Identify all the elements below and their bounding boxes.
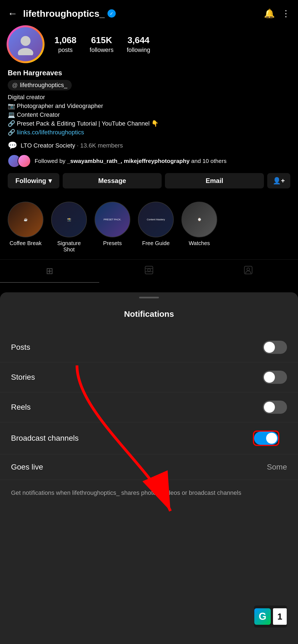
stat-posts[interactable]: 1,068 posts [54, 35, 76, 54]
action-buttons: Following ▾ Message Email 👤+ [8, 173, 290, 188]
broadcast-highlight-box [253, 431, 279, 446]
profile-section: 1,068 posts 615K followers 3,644 followi… [0, 24, 298, 202]
more-options-icon[interactable]: ⋮ [282, 8, 290, 19]
highlight-label-presets: Presets [103, 240, 122, 246]
notification-label-stories: Stories [11, 373, 35, 382]
svg-point-0 [21, 36, 31, 46]
notification-row-posts: Posts [0, 332, 298, 362]
toggle-reels[interactable] [263, 401, 287, 414]
logo-1: 1 [273, 608, 287, 625]
highlight-circle-coffee: ☕ [8, 202, 43, 237]
stat-followers[interactable]: 615K followers [90, 35, 114, 54]
followed-by-text: Followed by _swayambhu_rath_, mikejeffre… [35, 158, 290, 164]
email-button[interactable]: Email [165, 173, 264, 188]
toggle-broadcast[interactable] [254, 432, 278, 445]
at-icon: @ [12, 82, 18, 88]
community-members: · 13.6K members [77, 142, 123, 149]
toggle-thumb-posts [264, 342, 275, 353]
highlight-free-guide[interactable]: Content Mastery Free Guide [138, 202, 174, 253]
handle-text: lifethroughoptics_ [20, 82, 67, 89]
highlight-presets[interactable]: PRESET PACK. Presets [95, 202, 130, 253]
notification-label-broadcast: Broadcast channels [11, 434, 79, 443]
highlight-label-coffee: Coffee Break [10, 240, 42, 246]
highlight-circle-watches: ⌚ [181, 202, 217, 237]
notification-row-goes-live: Goes live Some [0, 454, 298, 480]
highlights-row: ☕ Coffee Break 📸 Signature Shot PRESET P… [0, 202, 298, 259]
bio-line-3: 💻 Content Creator [8, 111, 290, 118]
highlight-img-watches: ⌚ [182, 202, 217, 237]
notification-row-broadcast: Broadcast channels [0, 422, 298, 454]
followers-label: followers [90, 46, 114, 54]
bio-line-4: 🔗 Preset Pack & Editing Tutorial | YouTu… [8, 120, 290, 127]
add-person-icon: 👤+ [273, 177, 285, 184]
highlight-label-guide: Free Guide [142, 240, 170, 246]
message-button[interactable]: Message [63, 173, 162, 188]
community-text: LTO Creator Society · 13.6K members [21, 142, 123, 149]
highlight-circle-guide: Content Mastery [138, 202, 174, 237]
following-label: Following [15, 177, 46, 185]
avatar-placeholder [9, 27, 43, 61]
notification-label-reels: Reels [11, 403, 31, 412]
toggle-stories[interactable] [263, 371, 287, 384]
handle-pill[interactable]: @ lifethroughoptics_ [8, 80, 72, 90]
highlight-signature-shot[interactable]: 📸 Signature Shot [51, 202, 87, 253]
highlight-label-watches: Watches [189, 240, 210, 246]
profile-name: Ben Hargreaves [8, 69, 290, 77]
highlight-img-guide: Content Mastery [139, 202, 173, 237]
posts-count: 1,068 [54, 35, 76, 45]
stats-row: 1,068 posts 615K followers 3,644 followi… [54, 35, 290, 54]
notifications-sheet: Notifications Posts Stories Reels Broadc… [0, 292, 298, 644]
avatar-container [8, 26, 43, 62]
highlight-circle-presets: PRESET PACK. [95, 202, 130, 237]
highlight-watches[interactable]: ⌚ Watches [181, 202, 217, 253]
profile-top: 1,068 posts 615K followers 3,644 followi… [8, 26, 290, 62]
toggle-posts[interactable] [263, 341, 287, 354]
bottom-info-area: Get notifications when lifethroughoptics… [0, 480, 298, 506]
gadgets-logo: G 1 [254, 606, 287, 628]
community-row[interactable]: 💬 LTO Creator Society · 13.6K members [8, 141, 290, 150]
bio-line-1: Digital creator [8, 94, 290, 101]
username-text: lifethroughoptics_ [23, 8, 105, 19]
logo-g: G [254, 608, 271, 625]
following-chevron: ▾ [48, 177, 52, 185]
top-bar-right: 🔔 ⋮ [264, 8, 290, 19]
followed-by-row: Followed by _swayambhu_rath_, mikejeffre… [8, 154, 290, 168]
notification-row-stories: Stories [0, 362, 298, 392]
add-person-button[interactable]: 👤+ [267, 173, 290, 188]
verified-badge: ✓ [107, 9, 116, 18]
highlight-img-coffee: ☕ [8, 202, 43, 237]
follower-avatar-2 [18, 154, 31, 168]
bio-link[interactable]: 🔗 liinks.co/lifethroughoptics [8, 129, 290, 136]
top-bar: ← lifethroughoptics_ ✓ 🔔 ⋮ [0, 0, 298, 24]
username-row: lifethroughoptics_ ✓ [23, 8, 116, 19]
following-label: following [127, 46, 150, 54]
toggle-thumb-broadcast [266, 433, 277, 444]
highlight-label-signature: Signature Shot [51, 240, 87, 253]
stat-following[interactable]: 3,644 following [127, 35, 150, 54]
bottom-info-text: Get notifications when lifethroughoptics… [0, 488, 298, 497]
highlight-img-signature: 📸 [52, 202, 86, 237]
toggle-thumb-stories [264, 372, 275, 383]
bio-line-2: 📷 Photographer and Videographer [8, 102, 290, 110]
highlight-img-presets: PRESET PACK. [95, 202, 130, 237]
svg-point-1 [18, 48, 33, 55]
notification-row-reels: Reels [0, 392, 298, 422]
sheet-title: Notifications [0, 309, 298, 319]
bio-section: Ben Hargreaves @ lifethroughoptics_ Digi… [8, 69, 290, 136]
community-icon: 💬 [8, 141, 17, 150]
back-button[interactable]: ← [8, 8, 18, 19]
posts-label: posts [58, 46, 73, 54]
toggle-thumb-reels [264, 402, 275, 413]
highlight-coffee-break[interactable]: ☕ Coffee Break [8, 202, 43, 253]
follower-avatars [8, 154, 31, 168]
following-count: 3,644 [128, 35, 150, 45]
sheet-handle [139, 297, 159, 298]
followers-count: 615K [91, 35, 112, 45]
following-button[interactable]: Following ▾ [8, 173, 59, 188]
notification-label-goes-live: Goes live [11, 463, 43, 471]
goes-live-value[interactable]: Some [267, 463, 287, 471]
avatar [9, 27, 43, 61]
notification-label-posts: Posts [11, 343, 30, 352]
top-bar-left: ← lifethroughoptics_ ✓ [8, 8, 116, 19]
notifications-icon[interactable]: 🔔 [264, 8, 275, 19]
